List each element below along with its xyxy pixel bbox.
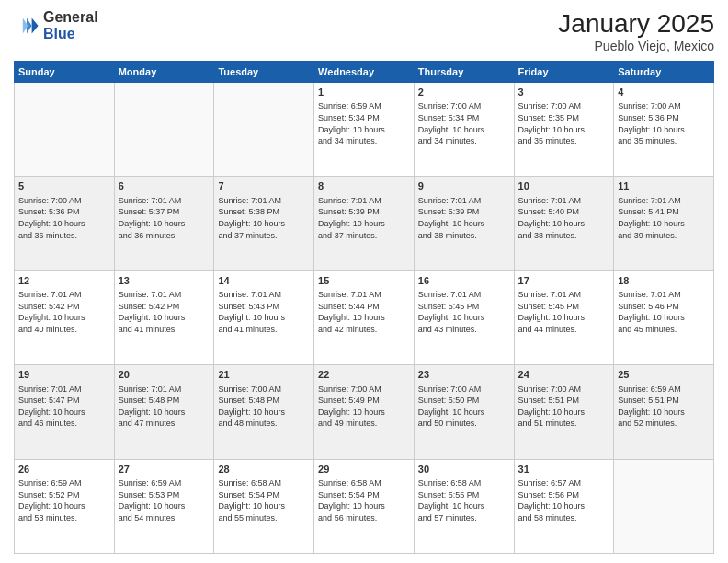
day-info: Sunrise: 6:57 AM Sunset: 5:56 PM Dayligh… [518,477,610,523]
day-number: 17 [518,274,610,288]
day-info: Sunrise: 7:01 AM Sunset: 5:40 PM Dayligh… [518,195,610,241]
table-row: 2Sunrise: 7:00 AM Sunset: 5:34 PM Daylig… [414,83,514,177]
table-row: 19Sunrise: 7:01 AM Sunset: 5:47 PM Dayli… [15,365,115,459]
calendar-week-row: 19Sunrise: 7:01 AM Sunset: 5:47 PM Dayli… [15,365,714,459]
header-friday: Friday [514,62,614,83]
day-number: 13 [119,274,210,288]
day-number: 4 [618,86,710,99]
day-info: Sunrise: 6:59 AM Sunset: 5:53 PM Dayligh… [119,477,210,523]
day-number: 27 [119,463,210,477]
table-row: 8Sunrise: 7:01 AM Sunset: 5:39 PM Daylig… [314,177,415,270]
day-number: 5 [18,179,110,193]
day-info: Sunrise: 7:01 AM Sunset: 5:39 PM Dayligh… [418,195,510,241]
table-row: 1Sunrise: 6:59 AM Sunset: 5:34 PM Daylig… [314,83,415,177]
day-info: Sunrise: 7:01 AM Sunset: 5:44 PM Dayligh… [318,289,410,335]
calendar-table: Sunday Monday Tuesday Wednesday Thursday… [14,61,714,554]
day-info: Sunrise: 6:59 AM Sunset: 5:34 PM Dayligh… [318,100,410,146]
table-row: 29Sunrise: 6:58 AM Sunset: 5:54 PM Dayli… [314,459,415,553]
header-row: Sunday Monday Tuesday Wednesday Thursday… [15,62,714,83]
calendar-week-row: 26Sunrise: 6:59 AM Sunset: 5:52 PM Dayli… [15,459,714,553]
day-info: Sunrise: 7:01 AM Sunset: 5:47 PM Dayligh… [18,384,110,430]
day-number: 23 [418,368,510,382]
day-info: Sunrise: 6:59 AM Sunset: 5:52 PM Dayligh… [18,477,110,523]
table-row: 16Sunrise: 7:01 AM Sunset: 5:45 PM Dayli… [414,270,514,364]
day-number: 19 [18,368,110,382]
day-number: 11 [618,179,710,193]
header-thursday: Thursday [414,62,514,83]
day-number: 26 [18,463,110,477]
day-info: Sunrise: 7:01 AM Sunset: 5:45 PM Dayligh… [518,289,610,335]
day-info: Sunrise: 7:00 AM Sunset: 5:50 PM Dayligh… [418,384,510,430]
table-row: 15Sunrise: 7:01 AM Sunset: 5:44 PM Dayli… [314,270,415,364]
page-subtitle: Pueblo Viejo, Mexico [558,39,714,53]
logo: General Blue [14,9,98,41]
table-row: 17Sunrise: 7:01 AM Sunset: 5:45 PM Dayli… [514,270,614,364]
table-row: 9Sunrise: 7:01 AM Sunset: 5:39 PM Daylig… [414,177,514,270]
day-info: Sunrise: 7:01 AM Sunset: 5:38 PM Dayligh… [218,195,310,241]
day-number: 8 [318,179,410,193]
logo-text: General Blue [43,9,98,41]
table-row [214,83,314,177]
logo-general-text: General [43,9,98,26]
page-title: January 2025 [558,9,714,39]
day-number: 16 [418,274,510,288]
day-info: Sunrise: 7:00 AM Sunset: 5:35 PM Dayligh… [518,100,610,146]
table-row: 18Sunrise: 7:01 AM Sunset: 5:46 PM Dayli… [614,270,714,364]
calendar-week-row: 12Sunrise: 7:01 AM Sunset: 5:42 PM Dayli… [15,270,714,364]
day-info: Sunrise: 6:58 AM Sunset: 5:55 PM Dayligh… [418,477,510,523]
table-row: 26Sunrise: 6:59 AM Sunset: 5:52 PM Dayli… [15,459,115,553]
table-row: 23Sunrise: 7:00 AM Sunset: 5:50 PM Dayli… [414,365,514,459]
header-monday: Monday [114,62,214,83]
table-row: 27Sunrise: 6:59 AM Sunset: 5:53 PM Dayli… [114,459,214,553]
day-info: Sunrise: 7:00 AM Sunset: 5:36 PM Dayligh… [18,195,110,241]
day-number: 15 [318,274,410,288]
day-number: 6 [119,179,210,193]
day-info: Sunrise: 7:01 AM Sunset: 5:46 PM Dayligh… [618,289,710,335]
table-row: 30Sunrise: 6:58 AM Sunset: 5:55 PM Dayli… [414,459,514,553]
logo-icon [14,13,40,39]
day-info: Sunrise: 7:01 AM Sunset: 5:48 PM Dayligh… [119,384,210,430]
day-number: 1 [318,86,410,99]
table-row: 5Sunrise: 7:00 AM Sunset: 5:36 PM Daylig… [15,177,115,270]
day-info: Sunrise: 7:01 AM Sunset: 5:42 PM Dayligh… [119,289,210,335]
day-info: Sunrise: 7:01 AM Sunset: 5:41 PM Dayligh… [618,195,710,241]
day-number: 31 [518,463,610,477]
day-number: 21 [218,368,310,382]
calendar-week-row: 5Sunrise: 7:00 AM Sunset: 5:36 PM Daylig… [15,177,714,270]
table-row [15,83,115,177]
table-row: 25Sunrise: 6:59 AM Sunset: 5:51 PM Dayli… [614,365,714,459]
table-row: 13Sunrise: 7:01 AM Sunset: 5:42 PM Dayli… [114,270,214,364]
table-row: 22Sunrise: 7:00 AM Sunset: 5:49 PM Dayli… [314,365,415,459]
header: General Blue January 2025 Pueblo Viejo, … [14,9,714,53]
day-number: 3 [518,86,610,99]
table-row: 20Sunrise: 7:01 AM Sunset: 5:48 PM Dayli… [114,365,214,459]
table-row: 12Sunrise: 7:01 AM Sunset: 5:42 PM Dayli… [15,270,115,364]
table-row: 10Sunrise: 7:01 AM Sunset: 5:40 PM Dayli… [514,177,614,270]
day-number: 14 [218,274,310,288]
day-info: Sunrise: 7:00 AM Sunset: 5:48 PM Dayligh… [218,384,310,430]
table-row: 31Sunrise: 6:57 AM Sunset: 5:56 PM Dayli… [514,459,614,553]
day-number: 25 [618,368,710,382]
day-info: Sunrise: 7:01 AM Sunset: 5:45 PM Dayligh… [418,289,510,335]
table-row: 21Sunrise: 7:00 AM Sunset: 5:48 PM Dayli… [214,365,314,459]
calendar-header: Sunday Monday Tuesday Wednesday Thursday… [15,62,714,83]
day-info: Sunrise: 6:58 AM Sunset: 5:54 PM Dayligh… [218,477,310,523]
header-wednesday: Wednesday [314,62,415,83]
table-row: 28Sunrise: 6:58 AM Sunset: 5:54 PM Dayli… [214,459,314,553]
day-info: Sunrise: 6:58 AM Sunset: 5:54 PM Dayligh… [318,477,410,523]
day-number: 22 [318,368,410,382]
logo-blue-text: Blue [43,26,98,42]
table-row [614,459,714,553]
calendar-body: 1Sunrise: 6:59 AM Sunset: 5:34 PM Daylig… [15,83,714,554]
day-number: 2 [418,86,510,99]
day-info: Sunrise: 7:00 AM Sunset: 5:34 PM Dayligh… [418,100,510,146]
day-info: Sunrise: 7:01 AM Sunset: 5:42 PM Dayligh… [18,289,110,335]
table-row: 3Sunrise: 7:00 AM Sunset: 5:35 PM Daylig… [514,83,614,177]
day-number: 29 [318,463,410,477]
day-info: Sunrise: 7:00 AM Sunset: 5:51 PM Dayligh… [518,384,610,430]
day-info: Sunrise: 7:01 AM Sunset: 5:43 PM Dayligh… [218,289,310,335]
header-sunday: Sunday [15,62,115,83]
page: General Blue January 2025 Pueblo Viejo, … [0,0,728,563]
table-row [114,83,214,177]
day-info: Sunrise: 7:01 AM Sunset: 5:37 PM Dayligh… [119,195,210,241]
